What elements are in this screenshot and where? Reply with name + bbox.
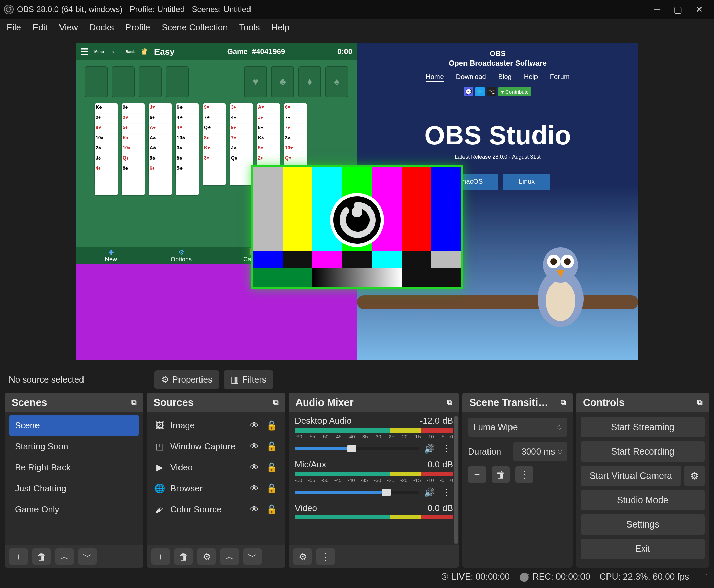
menu-file[interactable]: File xyxy=(7,22,21,33)
mixer-advanced-button[interactable]: ⚙ xyxy=(293,548,312,565)
scene-item[interactable]: Just Chatting xyxy=(9,478,139,499)
scene-item[interactable]: Starting Soon xyxy=(9,436,139,457)
source-item[interactable]: 🖌 Color Source 👁 🔓 xyxy=(151,499,281,520)
dock-popout-icon[interactable]: ⧉ xyxy=(273,398,279,407)
menu-edit[interactable]: Edit xyxy=(33,22,48,33)
remove-transition-button[interactable]: 🗑 xyxy=(492,466,510,483)
dock-popout-icon[interactable]: ⧉ xyxy=(447,398,452,407)
mixer-channel: Desktop Audio -12.0 dB -60-55-50-45-40-3… xyxy=(295,416,453,456)
lock-icon[interactable]: 🔓 xyxy=(266,504,278,514)
record-disabled-icon: ⬤̷ xyxy=(519,571,529,582)
start-streaming-button[interactable]: Start Streaming xyxy=(581,417,705,437)
source-settings-button[interactable]: ⚙ xyxy=(198,548,216,565)
color-source-icon: 🖌 xyxy=(154,504,165,514)
menu-tools[interactable]: Tools xyxy=(239,22,260,33)
browser-source-icon: 🌐 xyxy=(154,483,165,494)
settings-button[interactable]: Settings xyxy=(581,514,705,534)
volume-slider[interactable] xyxy=(295,447,419,450)
lock-icon[interactable]: 🔓 xyxy=(266,420,278,431)
rec-time: REC: 00:00:00 xyxy=(532,571,590,582)
titlebar: OBS 28.0.0 (64-bit, windows) - Profile: … xyxy=(0,0,714,19)
scene-item[interactable]: Game Only xyxy=(9,499,139,520)
menu-view[interactable]: View xyxy=(59,22,78,33)
speaker-icon[interactable]: 🔊 xyxy=(423,487,436,498)
lock-icon[interactable]: 🔓 xyxy=(266,483,278,494)
mixer-channel: Mic/Aux 0.0 dB -60-55-50-45-40-35-30-25-… xyxy=(295,459,453,500)
exit-button[interactable]: Exit xyxy=(581,539,705,559)
preview-source-testcard[interactable] xyxy=(251,165,463,289)
scene-item[interactable]: Be Right Back xyxy=(9,457,139,478)
more-options-icon[interactable]: ⋮ xyxy=(440,487,453,498)
gear-icon: ⚙ xyxy=(161,374,169,385)
properties-button[interactable]: ⚙ Properties xyxy=(155,370,219,389)
add-transition-button[interactable]: ＋ xyxy=(468,466,486,483)
volume-slider[interactable] xyxy=(295,491,419,494)
remove-scene-button[interactable]: 🗑 xyxy=(33,548,51,565)
add-source-button[interactable]: ＋ xyxy=(151,548,170,565)
menubar: File Edit View Docks Profile Scene Colle… xyxy=(0,19,714,37)
dock-popout-icon[interactable]: ⧉ xyxy=(560,398,566,407)
move-scene-down-button[interactable]: ﹀ xyxy=(78,548,97,565)
virtual-camera-settings-button[interactable]: ⚙ xyxy=(684,466,705,486)
mixer-db-value: -12.0 dB xyxy=(420,416,453,426)
crown-icon: ♛ xyxy=(141,47,148,57)
obs-logo-large-icon xyxy=(330,193,384,247)
filters-button[interactable]: ▥ Filters xyxy=(224,370,273,389)
scene-item[interactable]: Scene xyxy=(9,415,139,436)
audio-meter xyxy=(295,515,453,519)
lock-icon[interactable]: 🔓 xyxy=(266,441,278,452)
resize-grip-icon[interactable]: ⋰ xyxy=(702,573,707,580)
hamburger-icon: ☰ xyxy=(80,47,88,57)
start-recording-button[interactable]: Start Recording xyxy=(581,441,705,462)
menu-help[interactable]: Help xyxy=(271,22,289,33)
remove-source-button[interactable]: 🗑 xyxy=(175,548,193,565)
broadcast-icon: ⦾ xyxy=(441,571,448,582)
visibility-icon[interactable]: 👁 xyxy=(248,462,260,473)
sol-menu-label: Menu xyxy=(94,50,104,54)
statusbar: ⦾ LIVE: 00:00:00 ⬤̷ REC: 00:00:00 CPU: 2… xyxy=(0,568,714,585)
freecell-slot xyxy=(166,66,189,97)
move-source-up-button[interactable]: ︿ xyxy=(220,548,239,565)
source-item[interactable]: 🖼 Image 👁 🔓 xyxy=(151,415,281,436)
lock-icon[interactable]: 🔓 xyxy=(266,462,278,473)
visibility-icon[interactable]: 👁 xyxy=(248,441,260,452)
svg-point-2 xyxy=(546,280,575,321)
close-icon[interactable]: ✕ xyxy=(696,4,703,15)
menu-profile[interactable]: Profile xyxy=(125,22,150,33)
minimize-icon[interactable]: ─ xyxy=(654,4,660,15)
visibility-icon[interactable]: 👁 xyxy=(248,483,260,494)
speaker-icon[interactable]: 🔊 xyxy=(423,444,436,454)
move-scene-up-button[interactable]: ︿ xyxy=(56,548,74,565)
source-item[interactable]: ◰ Window Capture 👁 🔓 xyxy=(151,436,281,457)
window-title: OBS 28.0.0 (64-bit, windows) - Profile: … xyxy=(17,5,251,14)
more-options-icon[interactable]: ⋮ xyxy=(440,444,453,454)
source-item[interactable]: ▶ Video 👁 🔓 xyxy=(151,457,281,478)
duration-input[interactable]: 3000 ms ︿﹀ xyxy=(513,442,567,461)
transition-select[interactable]: Luma Wipe ︿﹀ xyxy=(468,418,567,437)
no-selection-label: No source selected xyxy=(9,374,84,385)
duration-label: Duration xyxy=(468,446,501,457)
mixer-menu-button[interactable]: ⋮ xyxy=(317,548,335,565)
transition-menu-button[interactable]: ⋮ xyxy=(515,466,533,483)
source-item[interactable]: 🌐 Browser 👁 🔓 xyxy=(151,478,281,499)
scene-transitions-dock: Scene Transiti… ⧉ Luma Wipe ︿﹀ Duration … xyxy=(463,393,573,568)
dock-popout-icon[interactable]: ⧉ xyxy=(697,398,702,407)
move-source-down-button[interactable]: ﹀ xyxy=(243,548,262,565)
sol-difficulty: Easy xyxy=(154,47,175,57)
branch-graphic xyxy=(357,295,638,309)
start-virtual-camera-button[interactable]: Start Virtual Camera xyxy=(581,466,681,486)
studio-mode-button[interactable]: Studio Mode xyxy=(581,490,705,510)
visibility-icon[interactable]: 👁 xyxy=(248,504,260,514)
add-scene-button[interactable]: ＋ xyxy=(9,548,28,565)
maximize-icon[interactable]: ▢ xyxy=(674,4,682,15)
preview-canvas[interactable]: ☰ Menu ← Back ♛ Easy Game #4041969 0:00 … xyxy=(76,43,638,360)
sol-back-label: Back xyxy=(126,50,135,54)
twitter-icon: 🐦 xyxy=(475,87,485,96)
menu-docks[interactable]: Docks xyxy=(89,22,114,33)
menu-scene-collection[interactable]: Scene Collection xyxy=(162,22,228,33)
controls-dock: Controls ⧉ Start Streaming Start Recordi… xyxy=(576,393,709,568)
visibility-icon[interactable]: 👁 xyxy=(248,420,260,431)
scrollbar[interactable] xyxy=(454,416,458,544)
back-arrow-icon: ← xyxy=(110,46,120,57)
dock-popout-icon[interactable]: ⧉ xyxy=(131,398,137,407)
